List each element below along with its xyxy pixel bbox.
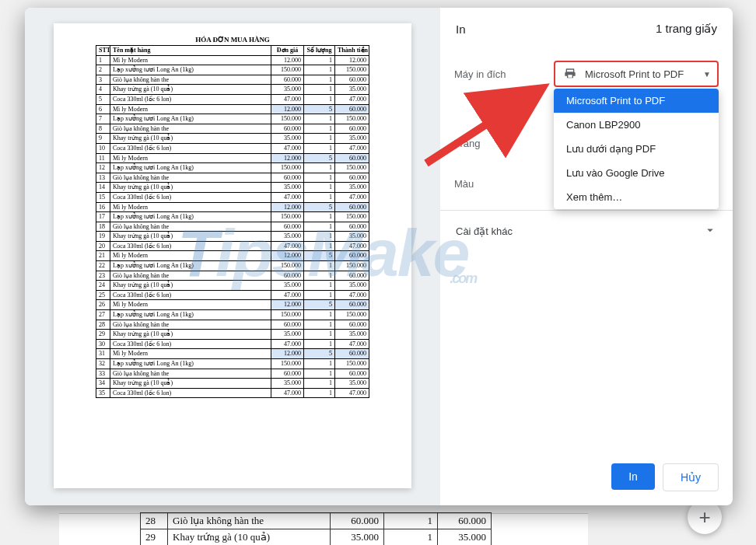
table-row: 21Mì ly Modern12.000560.000: [96, 251, 369, 261]
printer-dropdown[interactable]: Microsoft Print to PDFCanon LBP2900Lưu d…: [554, 89, 719, 209]
cell-stt: 22: [96, 261, 110, 271]
table-row: 5Coca 330ml (lốc 6 lon)47.000147.000: [96, 94, 369, 104]
table-row: 26Mì ly Modern12.000560.000: [96, 300, 369, 310]
cell-total: 47.000: [335, 94, 369, 104]
printer-select[interactable]: Microsoft Print to PDF ▼: [554, 61, 719, 87]
cell-total: 60.000: [335, 369, 369, 379]
th-total: Thành tiền: [335, 46, 369, 56]
pages-label: Trang: [454, 138, 554, 149]
cancel-button[interactable]: Hủy: [663, 463, 719, 491]
cell-qty: 5: [304, 251, 335, 261]
dropdown-option[interactable]: Xem thêm…: [554, 185, 719, 209]
cell-price: 150.000: [271, 114, 304, 124]
cell-stt: 6: [96, 104, 110, 114]
cell-price: 60.000: [271, 124, 304, 134]
cell-total: 60.000: [335, 153, 369, 163]
table-row: 18Giò lụa không hàn the60.000160.000: [96, 222, 369, 232]
cell-qty: 1: [304, 379, 335, 389]
more-settings-toggle[interactable]: Cài đặt khác: [454, 211, 719, 252]
table-row: 35Coca 330ml (lốc 6 lon)47.000147.000: [96, 388, 369, 398]
cell-price: 47.000: [271, 339, 304, 349]
cell-total: 60.000: [335, 222, 369, 232]
print-button-label: In: [628, 470, 638, 483]
cell-name: Mì ly Modern: [110, 153, 271, 163]
cell-qty: 1: [304, 310, 335, 320]
table-row: 25Coca 330ml (lốc 6 lon)47.000147.000: [96, 290, 369, 300]
cell-stt: 28: [96, 320, 110, 330]
cell-qty: 1: [304, 281, 335, 291]
cell-stt: 35: [96, 388, 110, 398]
cell-total: 47.000: [335, 192, 369, 202]
cell-name: Giò lụa không hàn the: [110, 173, 271, 183]
cell-stt: 25: [96, 290, 110, 300]
cell-price: 60.000: [271, 320, 304, 330]
cell-qty: 1: [304, 163, 335, 173]
cell-price: 47.000: [271, 94, 304, 104]
cell-price: 150.000: [271, 212, 304, 222]
cell-total: 150.000: [335, 114, 369, 124]
cell-stt: 23: [96, 271, 110, 281]
cell-qty: 1: [304, 143, 335, 153]
cell-total: 150.000: [335, 310, 369, 320]
cell-total: 60.000: [335, 251, 369, 261]
cell-qty: 1: [384, 529, 438, 546]
cell-name: Coca 330ml (lốc 6 lon): [110, 388, 271, 398]
cell-total: 150.000: [335, 163, 369, 173]
preview-page-1: HÓA ĐƠN MUA HÀNG STT Tên mặt hàng Đơn gi…: [54, 23, 411, 488]
table-row: 3Giò lụa không hàn the60.000160.000: [96, 75, 369, 85]
cell-price: 12.000: [271, 349, 304, 359]
table-row: 30Coca 330ml (lốc 6 lon)47.000147.000: [96, 339, 369, 349]
cell-qty: 1: [304, 359, 335, 369]
cell-stt: 26: [96, 300, 110, 310]
cell-name: Khay trứng gà (10 quả): [110, 134, 271, 144]
print-settings-pane: In 1 trang giấy Máy in đích Microsoft Pr…: [440, 8, 733, 505]
cell-stt: 1: [96, 55, 110, 65]
cell-total: 60.000: [335, 320, 369, 330]
table-row: 4Khay trứng gà (10 quả)35.000135.000: [96, 85, 369, 95]
cell-price: 60.000: [271, 173, 304, 183]
print-button[interactable]: In: [611, 463, 655, 490]
cell-total: 35.000: [335, 134, 369, 144]
cell-price: 35.000: [331, 529, 384, 546]
cell-name: Coca 330ml (lốc 6 lon): [110, 94, 271, 104]
cell-name: Lạp xưởng tươi Long An (1kg): [110, 65, 271, 75]
table-row: 7Lạp xưởng tươi Long An (1kg)150.0001150…: [96, 114, 369, 124]
dropdown-option[interactable]: Lưu vào Google Drive: [554, 161, 719, 185]
dropdown-option[interactable]: Microsoft Print to PDF: [554, 89, 719, 113]
cell-qty: 1: [304, 241, 335, 251]
cell-stt: 15: [96, 192, 110, 202]
table-row: 29 Khay trứng gà (10 quả) 35.000 1 35.00…: [141, 529, 492, 546]
table-row: 23Giò lụa không hàn the60.000160.000: [96, 271, 369, 281]
cell-stt: 17: [96, 212, 110, 222]
cell-name: Lạp xưởng tươi Long An (1kg): [110, 359, 271, 369]
printer-row: Máy in đích Microsoft Print to PDF ▼ Mic…: [454, 51, 719, 96]
cell-total: 60.000: [335, 124, 369, 134]
cell-name: Mì ly Modern: [110, 55, 271, 65]
cell-stt: 20: [96, 241, 110, 251]
cell-stt: 10: [96, 143, 110, 153]
cell-stt: 13: [96, 173, 110, 183]
table-row: 27Lạp xưởng tươi Long An (1kg)150.000115…: [96, 310, 369, 320]
th-price: Đơn giá: [271, 46, 304, 56]
cell-qty: 1: [304, 290, 335, 300]
cell-price: 35.000: [271, 232, 304, 242]
cell-stt: 31: [96, 349, 110, 359]
table-row: 12Lạp xưởng tươi Long An (1kg)150.000115…: [96, 163, 369, 173]
dialog-title: In: [456, 23, 466, 36]
table-row: 24Khay trứng gà (10 quả)35.000135.000: [96, 281, 369, 291]
cell-total: 35.000: [335, 330, 369, 340]
cancel-button-label: Hủy: [681, 471, 701, 484]
cell-price: 12.000: [271, 104, 304, 114]
dropdown-option[interactable]: Lưu dưới dạng PDF: [554, 137, 719, 161]
cell-qty: 1: [304, 330, 335, 340]
cell-qty: 1: [304, 339, 335, 349]
cell-name: Mì ly Modern: [110, 349, 271, 359]
dropdown-option[interactable]: Canon LBP2900: [554, 113, 719, 137]
cell-stt: 21: [96, 251, 110, 261]
cell-name: Giò lụa không hàn the: [110, 222, 271, 232]
table-row: 28 Giò lụa không hàn the 60.000 1 60.000: [141, 513, 492, 529]
cell-name: Coca 330ml (lốc 6 lon): [110, 241, 271, 251]
print-preview-pane[interactable]: HÓA ĐƠN MUA HÀNG STT Tên mặt hàng Đơn gi…: [25, 8, 440, 505]
cell-qty: 1: [304, 192, 335, 202]
cell-name: Khay trứng gà (10 quả): [110, 232, 271, 242]
